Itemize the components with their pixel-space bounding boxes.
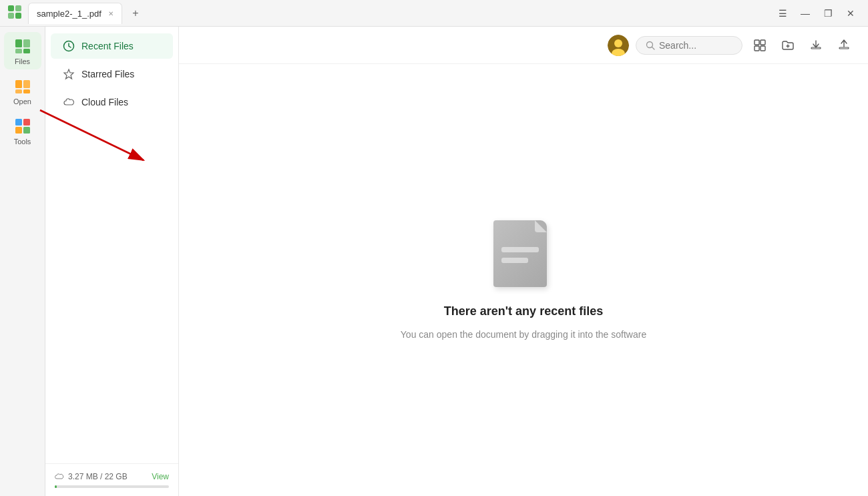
svg-rect-4 — [15, 39, 22, 47]
sidebar-storage: 3.27 MB / 22 GB View — [45, 463, 178, 496]
tools-label: Tools — [14, 138, 31, 146]
search-box[interactable] — [636, 36, 742, 55]
storage-bar-fill — [55, 485, 57, 488]
starred-files-label: Starred Files — [81, 69, 134, 79]
avatar[interactable] — [608, 35, 629, 56]
sidebar-item-tools[interactable]: Tools — [4, 112, 41, 150]
svg-rect-31 — [839, 47, 849, 49]
view-storage-link[interactable]: View — [152, 472, 169, 481]
close-button[interactable]: ✕ — [840, 4, 861, 23]
empty-title: There aren't any recent files — [444, 304, 603, 318]
svg-rect-15 — [23, 127, 30, 134]
cloud-files-label: Cloud Files — [81, 97, 128, 107]
svg-rect-3 — [15, 13, 21, 19]
sidebar-cloud-files[interactable]: Cloud Files — [51, 89, 173, 115]
svg-line-22 — [652, 47, 655, 49]
sidebar-starred-files[interactable]: Starred Files — [51, 61, 173, 87]
empty-subtitle: You can open the document by dragging it… — [401, 329, 646, 340]
search-icon — [646, 41, 655, 50]
recent-files-label: Recent Files — [81, 41, 134, 51]
empty-state-icon — [493, 220, 554, 294]
storage-text: 3.27 MB / 22 GB — [68, 472, 128, 481]
titlebar: sample2-_1_.pdf ✕ + ☰ — ❐ ✕ — [0, 0, 868, 27]
sidebar: Recent Files Starred Files Cloud Files 3… — [45, 27, 179, 496]
svg-rect-1 — [15, 5, 21, 11]
svg-rect-6 — [15, 49, 22, 53]
svg-rect-5 — [23, 39, 30, 47]
window-controls: ☰ — ❐ ✕ — [772, 4, 861, 23]
svg-rect-24 — [761, 40, 765, 45]
storage-bar — [55, 485, 169, 488]
search-input[interactable] — [659, 40, 732, 51]
import-button[interactable] — [805, 35, 827, 56]
svg-rect-9 — [23, 80, 30, 88]
svg-point-19 — [614, 39, 622, 47]
app-logo — [7, 4, 23, 23]
svg-rect-14 — [15, 127, 22, 134]
tab-label: sample2-_1_.pdf — [37, 9, 101, 19]
open-label: Open — [13, 97, 31, 105]
main-toolbar — [179, 27, 868, 64]
maximize-button[interactable]: ❐ — [817, 4, 839, 23]
menu-button[interactable]: ☰ — [772, 4, 793, 23]
sidebar-item-open[interactable]: Open — [4, 72, 41, 109]
svg-rect-11 — [23, 89, 30, 93]
icon-nav: Files Open Tools — [0, 27, 45, 496]
svg-rect-10 — [15, 89, 22, 93]
tab-pdf[interactable]: sample2-_1_.pdf ✕ — [28, 3, 122, 24]
main-content: There aren't any recent files You can op… — [179, 27, 868, 496]
svg-rect-0 — [8, 5, 14, 11]
sidebar-recent-files[interactable]: Recent Files — [51, 33, 173, 59]
empty-state: There aren't any recent files You can op… — [179, 64, 868, 496]
svg-marker-17 — [64, 69, 73, 79]
files-label: Files — [15, 57, 30, 65]
svg-rect-25 — [754, 46, 759, 51]
svg-rect-8 — [15, 80, 22, 88]
svg-rect-23 — [754, 40, 759, 45]
minimize-button[interactable]: — — [795, 4, 816, 23]
export-button[interactable] — [833, 35, 855, 56]
svg-rect-26 — [761, 46, 765, 51]
svg-rect-12 — [15, 119, 22, 126]
storage-info: 3.27 MB / 22 GB View — [55, 472, 169, 481]
sidebar-item-files[interactable]: Files — [4, 32, 41, 69]
folder-add-button[interactable] — [777, 35, 799, 56]
add-tab-button[interactable]: + — [128, 5, 144, 21]
svg-rect-2 — [8, 13, 14, 19]
tab-close-icon[interactable]: ✕ — [108, 10, 114, 17]
app-body: Files Open Tools — [0, 27, 868, 496]
svg-rect-13 — [23, 119, 30, 126]
grid-view-button[interactable] — [749, 35, 771, 56]
svg-rect-7 — [23, 49, 30, 53]
